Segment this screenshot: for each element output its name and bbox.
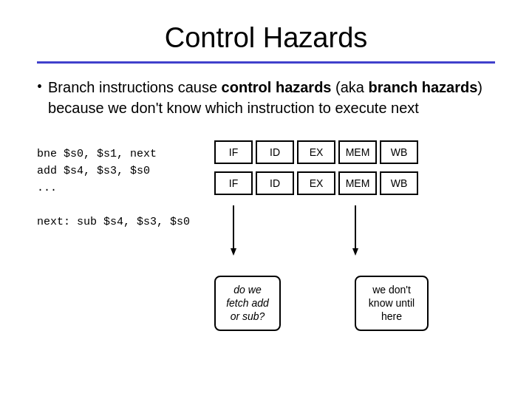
- callout-right: we don't know until here: [355, 276, 429, 331]
- stage-ID-1: ID: [256, 140, 294, 164]
- stage-IF-1: IF: [214, 140, 253, 164]
- pipeline-row-1: IF ID EX MEM WB: [214, 140, 495, 164]
- content-area: bne $s0, $s1, next add $s4, $s3, $s0 ...…: [37, 140, 495, 384]
- svg-marker-3: [352, 248, 358, 256]
- callout-left: do we fetch add or sub?: [214, 276, 281, 331]
- bullet-middle: (aka: [332, 79, 369, 95]
- slide: Control Hazards • Branch instructions ca…: [0, 0, 532, 399]
- stage-MEM-2: MEM: [338, 171, 377, 195]
- stage-WB-2: WB: [380, 171, 418, 195]
- code-section: bne $s0, $s1, next add $s4, $s3, $s0 ...…: [37, 140, 192, 384]
- diagram-wrapper: IF ID EX MEM WB IF ID EX MEM WB: [214, 140, 495, 384]
- svg-marker-1: [231, 248, 236, 256]
- pipeline-row-2: IF ID EX MEM WB: [214, 171, 495, 195]
- stage-MEM-1: MEM: [338, 140, 377, 164]
- code-line-4: next: sub $s4, $s3, $s0: [37, 216, 192, 228]
- code-line-2: add $s4, $s3, $s0: [37, 165, 192, 177]
- bullet-text: Branch instructions cause control hazard…: [48, 77, 495, 118]
- bullet-dot: •: [37, 78, 42, 95]
- stage-WB-1: WB: [380, 140, 418, 164]
- bullet-bold2: branch hazards: [369, 79, 478, 95]
- stage-ID-2: ID: [256, 171, 294, 195]
- code-line-3: ...: [37, 182, 192, 194]
- page-title: Control Hazards: [37, 22, 495, 54]
- code-line-1: bne $s0, $s1, next: [37, 148, 192, 160]
- bullet-section: • Branch instructions cause control haza…: [37, 77, 495, 118]
- stage-EX-1: EX: [297, 140, 335, 164]
- bullet-prefix: Branch instructions cause: [48, 79, 222, 95]
- stage-EX-2: EX: [297, 171, 335, 195]
- callout-area: do we fetch add or sub? we don't know un…: [214, 276, 495, 331]
- title-divider: [37, 61, 495, 64]
- arrows-svg: [214, 205, 458, 279]
- bullet-bold1: control hazards: [222, 79, 332, 95]
- stage-IF-2: IF: [214, 171, 253, 195]
- bullet-row: • Branch instructions cause control haza…: [37, 77, 495, 118]
